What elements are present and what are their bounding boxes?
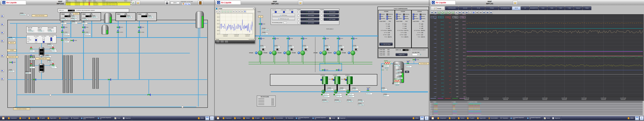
tool-pan[interactable]: ✚ [455,11,458,14]
valve-EV3530[interactable] [61,27,64,28]
tab-t-3570[interactable]: T 3570 [556,6,565,10]
taskbar-item-cold-box[interactable]: Cold box [18,116,28,120]
vlp-enable-button[interactable]: ✓VLP4 Enable [300,21,319,24]
tsh-icon[interactable] [262,49,264,50]
taskbar-item-documentation[interactable]: Documentation [58,116,70,120]
tab-pt-cb[interactable]: PT CB [472,6,485,10]
nav-regeneration-skid[interactable]: Regeneration skid [36,58,50,60]
tool-link[interactable] [482,11,486,14]
nav-vv3188[interactable]: VV3188 [7,49,16,51]
tab-2k[interactable]: 2K [521,6,530,10]
tool-zoom-y[interactable] [451,11,454,14]
tab-compressors[interactable]: COMPRESSORS [445,6,458,10]
axis-name-P[interactable]: P [431,16,436,18]
io-status-box[interactable] [1,23,4,26]
vlp-enable-button[interactable]: ✓VLP1 Enable [300,11,319,13]
tool-zoom-x[interactable] [448,11,451,14]
axis-name-% bis[interactable]: % bis [452,16,458,18]
tool-print[interactable] [476,11,479,14]
legend-row-EH3287[interactable]: 12EH328766.50 [L]4/29/2025 12:53:06 PM [… [430,112,643,114]
inst-TT3521[interactable]: TT352174.1 K [25,71,31,74]
vlp-enable-button[interactable]: ✓VLP7 Enable [324,18,339,21]
motor-VP2370[interactable]: M [334,52,336,54]
taskbar-item-compressors[interactable]: Compressors [7,116,18,120]
checkbox[interactable] [298,22,300,24]
vlp-enable-button[interactable]: ✓VLP2 Enable [300,14,319,17]
inst-TT3530[interactable]: TT353073.3 K [60,21,67,24]
inst-TT5320[interactable]: TT532041.0 K [71,21,78,24]
valve-XV2364[interactable] [322,69,324,71]
valve-v[interactable] [367,90,369,91]
legend-row-ST3530[interactable]: 6ST353020034/29/2025 12:53:10 PM [430,105,643,106]
taskbar-item-sequences[interactable]: Sequences [122,116,132,120]
nav-wcs-lp[interactable]: WCS LP [8,42,16,44]
inst-PT4510[interactable]: PT45101.688 bar [47,60,54,62]
tab-trash[interactable]: TRASH [582,6,591,10]
taskbar-item-trends[interactable]: Trends [543,116,551,120]
checkbox[interactable] [50,39,52,41]
nav-lp[interactable]: LP [258,16,263,18]
tool-pause[interactable] [472,11,475,14]
vlp-enable-button[interactable]: ✓VLP6 Enable [324,14,339,17]
inst-PT2905[interactable]: PT29051.08 bar [38,29,44,32]
info-button[interactable] [640,116,644,120]
trends-app-button[interactable]: Trends [431,6,445,11]
valve-v[interactable] [407,62,409,64]
inst-PT4560[interactable]: PT456014.66 bar [82,17,88,20]
popup-tool-pause[interactable] [244,10,246,13]
tool-cursor-mode[interactable] [434,11,437,14]
nb-pumps-value[interactable]: 7 [284,22,287,24]
tsh-icon[interactable] [305,49,307,50]
inst-PT4530[interactable]: PT453013.24 bar [61,17,67,20]
motor-VP2380[interactable]: M [348,52,350,54]
nav-turbine-gas-bearings[interactable]: Turbine Gas bearings [32,15,47,17]
inst-ST3570[interactable]: ST35701990 Hz [126,15,132,18]
alarm-horn-button[interactable] [136,1,140,5]
tool-percent[interactable] [462,11,465,14]
user-button[interactable] [164,1,170,5]
nav-from-subcooler[interactable]: From Subcooler [419,62,429,65]
inst-TT2362[interactable]: TT2362105.4 C [324,45,330,48]
tab-t-3560[interactable]: T 3560 [547,6,556,10]
taskbar-home-button[interactable] [0,116,7,120]
motor-VP2350[interactable]: M [298,52,300,54]
vlp-enable-button[interactable]: ✓VLP3 Enable [300,18,319,21]
valve-EV3488[interactable] [413,59,415,61]
inst-TT3520[interactable]: TT3520204.6 K [45,55,51,57]
popup-tool-pan[interactable] [232,10,235,13]
inst-PT2901[interactable]: PT290115.25 bar [28,29,34,32]
inst-TT2342[interactable]: TT234284.5 C [288,45,294,48]
checkbox[interactable] [35,41,37,43]
surges-ccs-button[interactable]: Surges CCs [396,53,408,56]
turbine-box-T3560[interactable]: T35601.306ST35603590 HzPT456014.66 bar [81,12,101,21]
checkbox[interactable] [50,37,52,39]
taskbar-item-commands-sequences-wcs[interactable]: Commands Sequences WCS [509,116,526,120]
tool-zoom-out[interactable] [444,11,448,14]
io-status-box[interactable] [1,15,4,18]
valve-XV2389[interactable] [351,38,353,40]
alarm-horn-button[interactable] [513,1,518,5]
taskbar-item-documentation[interactable]: Documentation [487,116,499,120]
valve-XV2349[interactable] [287,38,289,40]
taskbar-item-utilities[interactable]: Utilities [412,117,420,119]
taskbar-item-sequences[interactable]: Sequences [336,116,347,120]
valve-CV3548[interactable] [61,39,63,41]
checkbox[interactable] [321,18,322,20]
inst-TT3296[interactable]: TT32963.8 K [381,87,388,90]
legend-row-ST3560[interactable]: 7ST356035904/29/2025 12:52:51 PM [430,106,643,108]
taskbar-item-cold-box[interactable]: Cold box [448,116,457,120]
checkbox[interactable] [298,18,300,20]
tsh-icon[interactable] [355,49,357,50]
taskbar-home-button[interactable] [215,116,222,120]
valve-CV3560[interactable] [82,31,84,33]
io-status-box[interactable] [1,78,4,80]
popup-tool-zoom-in[interactable] [224,10,226,13]
tab-pt-wcs[interactable]: PT WCS [485,6,498,10]
popup-close-button[interactable]: ✕ [253,8,254,10]
motor-VP2340[interactable]: M [284,52,286,54]
inst-LT4286[interactable]: LT42863.9 % [396,72,402,75]
taskbar-home-button[interactable] [430,116,436,120]
io-status-box[interactable] [1,55,4,57]
valve-XV2309[interactable] [259,23,261,25]
inst-PDT4216[interactable]: PDT421668.1 mbar [346,99,353,102]
